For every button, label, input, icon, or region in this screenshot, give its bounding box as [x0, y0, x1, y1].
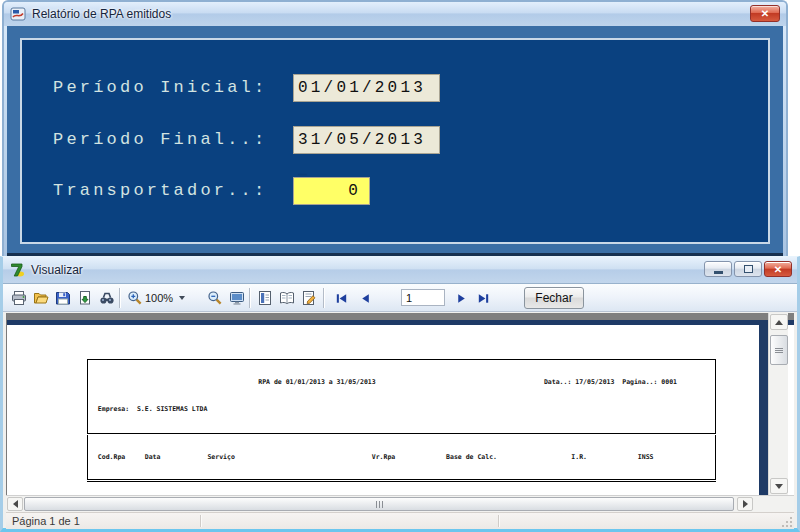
form-row-periodo-final: Período Final..: — [22, 126, 768, 154]
desktop: { "dialog": { "title": "Relatório de RPA… — [0, 0, 800, 532]
dialog-titlebar[interactable]: Relatório de RPA emitidos ✕ — [4, 2, 786, 26]
two-pages-view-button[interactable] — [277, 289, 297, 307]
viewer-app-icon — [9, 262, 25, 278]
toolbar-separator — [249, 288, 251, 308]
horizontal-scroll-thumb[interactable] — [24, 497, 734, 511]
dialog-close-button[interactable]: ✕ — [750, 5, 780, 22]
open-button[interactable] — [31, 289, 51, 307]
prior-page-button[interactable] — [355, 289, 375, 307]
viewer-titlebar[interactable]: Visualizar ✕ — [3, 257, 797, 284]
scroll-down-button[interactable] — [770, 478, 788, 494]
zoom-in-icon — [127, 290, 143, 306]
page-top-edge — [7, 320, 794, 325]
statusbar-divider — [200, 515, 202, 527]
scroll-up-button[interactable] — [770, 314, 788, 330]
viewer-statusbar: Página 1 de 1 — [6, 512, 794, 529]
preview-background — [7, 313, 794, 320]
report-columns-line: Cod.Rpa Data Serviço Vr.Rpa Base de Calc… — [90, 452, 713, 462]
page-width-view-button[interactable] — [255, 289, 275, 307]
maximize-button[interactable] — [734, 261, 762, 277]
zoom-out-button[interactable] — [205, 289, 225, 307]
minimize-button[interactable] — [704, 261, 732, 277]
page-right-edge — [759, 320, 768, 495]
page-info-text: Página 1 de 1 — [12, 513, 80, 529]
zoom-in-button[interactable] — [125, 289, 145, 307]
periodo-inicial-label: Período Inicial: — [53, 74, 267, 102]
next-page-icon — [454, 291, 469, 306]
first-page-button[interactable] — [331, 289, 351, 307]
maximize-icon — [744, 265, 753, 273]
minimize-icon — [714, 271, 723, 274]
rpa-report-page: RPA de 01/01/2013 a 31/05/2013 Data..: 1… — [87, 359, 716, 495]
resize-grip[interactable] — [781, 516, 793, 528]
report-title-line: RPA de 01/01/2013 a 31/05/2013 Data..: 1… — [90, 377, 713, 388]
export-page-icon — [77, 290, 93, 306]
zoom-level-dropdown[interactable]: 100% — [145, 289, 197, 307]
toolbar-separator — [323, 288, 325, 308]
caption-buttons: ✕ — [704, 261, 792, 277]
arrow-left-icon — [13, 500, 18, 508]
export-button[interactable] — [75, 289, 95, 307]
page-number-input[interactable] — [401, 289, 445, 306]
close-icon: ✕ — [761, 8, 769, 19]
arrow-down-icon — [775, 484, 783, 489]
page-edit-icon — [301, 290, 317, 306]
report-header-box: RPA de 01/01/2013 a 31/05/2013 Data..: 1… — [87, 359, 716, 434]
periodo-final-label: Período Final..: — [53, 126, 267, 154]
next-page-button[interactable] — [451, 289, 471, 307]
full-screen-button[interactable] — [227, 289, 247, 307]
prior-page-icon — [358, 291, 373, 306]
visualizar-window: Visualizar ✕ — [0, 256, 800, 532]
save-button[interactable] — [53, 289, 73, 307]
printer-icon — [11, 290, 27, 306]
scroll-right-button[interactable] — [737, 497, 753, 511]
monitor-icon — [229, 290, 245, 306]
transportador-field[interactable] — [293, 177, 370, 205]
first-page-icon — [334, 291, 349, 306]
floppy-disk-icon — [55, 290, 71, 306]
report-double-rule — [87, 480, 716, 482]
statusbar-divider — [498, 515, 500, 527]
last-page-icon — [476, 291, 491, 306]
form-row-periodo-inicial: Período Inicial: — [22, 74, 768, 102]
vertical-scrollbar[interactable] — [768, 313, 788, 495]
print-button[interactable] — [9, 289, 29, 307]
zoom-out-icon — [207, 290, 223, 306]
last-page-button[interactable] — [473, 289, 493, 307]
two-pages-icon — [279, 290, 295, 306]
report-preview-area: RPA de 01/01/2013 a 31/05/2013 Data..: 1… — [6, 313, 794, 495]
page-width-icon — [257, 290, 273, 306]
chevron-down-icon — [179, 296, 185, 300]
form-row-transportador: Transportador..: _ — [22, 177, 768, 205]
app-icon — [10, 6, 26, 22]
report-body: 00001 - PIS: CNPJ/CPF: 03341645000186 00… — [87, 485, 716, 495]
arrow-up-icon — [775, 320, 783, 325]
open-folder-icon — [33, 290, 49, 306]
vertical-scroll-thumb[interactable] — [770, 335, 788, 365]
scroll-left-button[interactable] — [7, 497, 23, 511]
viewer-close-button[interactable]: ✕ — [764, 261, 792, 277]
toolbar-separator — [119, 288, 121, 308]
binoculars-icon — [99, 290, 115, 306]
page-setup-button[interactable] — [299, 289, 319, 307]
horizontal-scrollbar[interactable] — [6, 495, 794, 512]
report-column-header: Cod.Rpa Data Serviço Vr.Rpa Base de Calc… — [87, 435, 716, 480]
viewer-title: Visualizar — [31, 263, 83, 277]
viewer-toolbar: 100% — [3, 284, 797, 312]
dialog-title: Relatório de RPA emitidos — [32, 7, 171, 21]
dialog-client-area: Período Inicial: Período Final..: Transp… — [7, 26, 783, 256]
close-icon: ✕ — [774, 264, 782, 275]
text-cursor: _ — [298, 158, 307, 176]
periodo-inicial-field[interactable] — [293, 74, 440, 102]
periodo-final-field[interactable] — [293, 126, 440, 154]
report-company-line: Empresa: S.E. SISTEMAS LTDA — [90, 404, 713, 415]
rpa-report-dialog: Relatório de RPA emitidos ✕ Período Inic… — [2, 0, 788, 256]
zoom-level-value: 100% — [145, 292, 173, 304]
dialog-form-panel: Período Inicial: Período Final..: Transp… — [20, 38, 770, 244]
arrow-right-icon — [743, 500, 748, 508]
search-button[interactable] — [97, 289, 117, 307]
fechar-button[interactable]: Fechar — [524, 287, 584, 309]
transportador-label: Transportador..: — [53, 177, 267, 205]
